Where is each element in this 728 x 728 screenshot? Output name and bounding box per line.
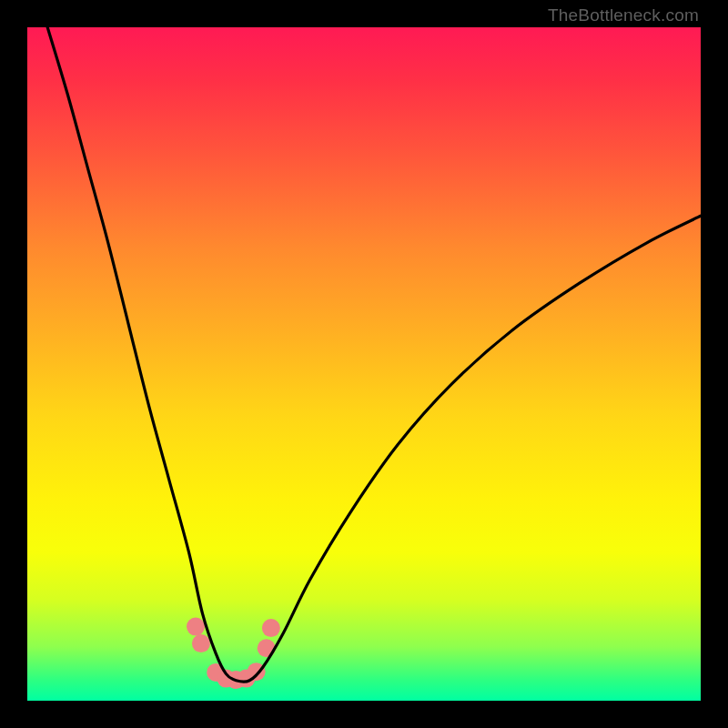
curve-marker (187, 618, 205, 636)
curve-marker (192, 634, 210, 652)
watermark-text: TheBottleneck.com (548, 5, 699, 25)
curve-marker (262, 619, 280, 637)
curve-layer (27, 27, 701, 701)
plot-area (27, 27, 701, 701)
bottleneck-curve (47, 27, 701, 682)
chart-frame: TheBottleneck.com (0, 0, 728, 728)
